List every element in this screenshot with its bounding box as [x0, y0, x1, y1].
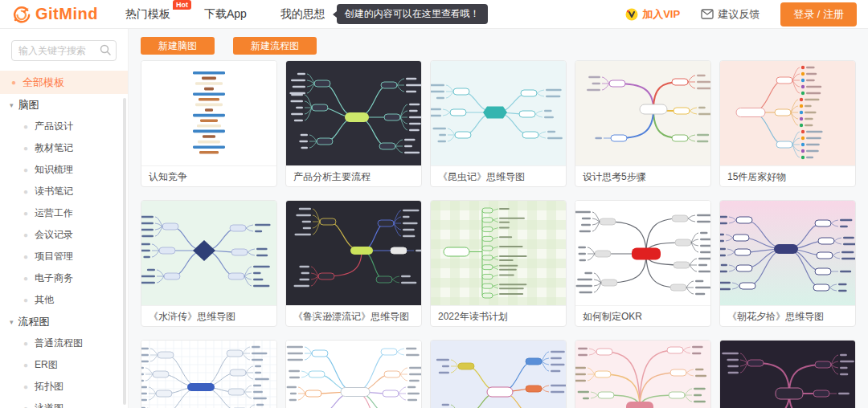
template-thumbnail — [431, 341, 566, 408]
templates-main: 新建脑图 新建流程图 认知竞争产品分析主要流程《昆虫记》思维导图设计思考5步骤1… — [129, 29, 868, 408]
sidebar-item-14[interactable]: ●拓扑图 — [0, 376, 128, 398]
gitmind-logo-icon — [11, 5, 31, 24]
template-card-10[interactable] — [141, 340, 277, 408]
gitmind-templates-page: GitMind 热门模板 Hot 下载App 我的思想 创建的内容可以在这里查看… — [0, 0, 868, 408]
sidebar-item-label: 知识梳理 — [35, 163, 73, 177]
sidebar-item-label: 拓扑图 — [35, 380, 63, 394]
sidebar-item-7[interactable]: ●会议记录 — [0, 224, 128, 246]
sidebar-item-8[interactable]: ●项目管理 — [0, 246, 128, 267]
sidebar-item-label: 普通流程图 — [35, 337, 83, 350]
bullet-icon: ● — [23, 145, 28, 153]
sidebar-item-label: 流程图 — [18, 315, 50, 329]
sidebar-item-12[interactable]: ●普通流程图 — [0, 333, 128, 354]
search-icon[interactable] — [100, 44, 111, 55]
sidebar-item-15[interactable]: ●泳道图 — [0, 398, 128, 408]
template-thumbnail — [720, 341, 855, 408]
sidebar-item-label: 教材笔记 — [35, 141, 73, 155]
template-thumbnail — [575, 61, 710, 165]
nav-hot-templates[interactable]: 热门模板 Hot — [125, 7, 170, 22]
new-flowchart-button[interactable]: 新建流程图 — [233, 37, 317, 55]
card-title: 《水浒传》思维导图 — [141, 305, 276, 326]
template-card-3[interactable]: 设计思考5步骤 — [575, 60, 711, 187]
sidebar-item-4[interactable]: ●知识梳理 — [0, 159, 128, 181]
sidebar-item-2[interactable]: ●产品设计 — [0, 116, 128, 137]
sidebar-item-label: 电子商务 — [35, 271, 73, 285]
template-thumbnail — [141, 61, 276, 165]
sidebar-item-label: 读书笔记 — [35, 185, 73, 198]
create-buttons: 新建脑图 新建流程图 — [141, 37, 856, 55]
caret-down-icon: ▾ — [10, 101, 14, 109]
category-menu: ●全部模板▾脑图●产品设计●教材笔记●知识梳理●读书笔记●运营工作●会议记录●项… — [0, 71, 128, 408]
sidebar-item-3[interactable]: ●教材笔记 — [0, 137, 128, 159]
card-title: 《鲁滨逊漂流记》思维导图 — [286, 305, 421, 326]
bullet-icon: ● — [23, 405, 28, 408]
template-thumbnail — [286, 201, 421, 305]
sidebar-item-label: ER图 — [35, 358, 58, 372]
template-thumbnail — [575, 341, 710, 408]
sidebar-item-1[interactable]: ▾脑图 — [0, 94, 128, 116]
sidebar-item-label: 会议记录 — [35, 228, 73, 242]
top-header: GitMind 热门模板 Hot 下载App 我的思想 创建的内容可以在这里查看… — [0, 0, 868, 29]
card-title: 《朝花夕拾》思维导图 — [720, 305, 855, 326]
sidebar-item-label: 泳道图 — [35, 402, 63, 408]
template-thumbnail — [286, 341, 421, 408]
template-card-5[interactable]: 《水浒传》思维导图 — [141, 200, 277, 327]
sidebar-item-5[interactable]: ●读书笔记 — [0, 181, 128, 202]
template-thumbnail — [720, 61, 855, 165]
sidebar-item-label: 脑图 — [18, 98, 39, 112]
feedback-link[interactable]: 建议反馈 — [701, 7, 760, 22]
template-thumbnail — [431, 61, 566, 165]
bullet-icon: ● — [23, 210, 28, 218]
template-card-8[interactable]: 如何制定OKR — [575, 200, 711, 327]
login-register-button[interactable]: 登录 / 注册 — [780, 2, 857, 27]
template-card-11[interactable] — [285, 340, 422, 408]
join-vip-link[interactable]: 加入VIP — [625, 7, 680, 22]
template-card-6[interactable]: 《鲁滨逊漂流记》思维导图 — [285, 200, 422, 327]
gitmind-logo[interactable]: GitMind — [11, 5, 98, 24]
card-title: 15件居家好物 — [720, 165, 855, 186]
template-card-7[interactable]: 2022年读书计划 — [430, 200, 567, 327]
template-card-12[interactable] — [430, 340, 567, 408]
template-card-13[interactable] — [575, 340, 711, 408]
card-title: 《昆虫记》思维导图 — [431, 165, 566, 186]
sidebar-item-label: 产品设计 — [35, 120, 73, 133]
template-thumbnail — [431, 201, 566, 305]
bullet-icon: ● — [23, 166, 28, 174]
sidebar-item-13[interactable]: ●ER图 — [0, 354, 128, 376]
template-card-4[interactable]: 15件居家好物 — [719, 60, 856, 187]
bullet-icon: ● — [23, 340, 28, 348]
sidebar-item-0[interactable]: ●全部模板 — [0, 71, 128, 94]
sidebar-item-6[interactable]: ●运营工作 — [0, 202, 128, 224]
new-mindmap-button[interactable]: 新建脑图 — [141, 37, 215, 55]
bullet-icon: ● — [23, 361, 28, 369]
template-thumbnail — [575, 201, 710, 305]
search-box — [11, 40, 117, 61]
card-title: 2022年读书计划 — [431, 305, 566, 326]
bullet-icon: ● — [23, 231, 28, 239]
sidebar-item-9[interactable]: ●电子商务 — [0, 267, 128, 289]
bullet-icon: ● — [23, 253, 28, 261]
template-card-14[interactable] — [719, 340, 856, 408]
main-nav: 热门模板 Hot 下载App 我的思想 — [125, 7, 326, 22]
nav-download-app[interactable]: 下载App — [204, 7, 247, 22]
card-title: 如何制定OKR — [575, 305, 710, 326]
sidebar-item-10[interactable]: ●其他 — [0, 289, 128, 311]
template-card-0[interactable]: 认知竞争 — [141, 60, 277, 187]
template-card-9[interactable]: 《朝花夕拾》思维导图 — [719, 200, 856, 327]
bullet-icon: ● — [11, 79, 16, 87]
sidebar-item-label: 全部模板 — [23, 75, 64, 90]
nav-my-mindmaps[interactable]: 我的思想 — [280, 7, 326, 22]
template-card-2[interactable]: 《昆虫记》思维导图 — [430, 60, 567, 187]
caret-down-icon: ▾ — [10, 318, 14, 326]
template-card-1[interactable]: 产品分析主要流程 — [285, 60, 422, 187]
sidebar-item-11[interactable]: ▾流程图 — [0, 311, 128, 333]
hot-badge: Hot — [173, 0, 191, 10]
sidebar-item-label: 其他 — [35, 293, 54, 307]
sidebar-scrollbar[interactable] — [123, 98, 126, 405]
template-thumbnail — [141, 201, 276, 305]
bullet-icon: ● — [23, 188, 28, 196]
bullet-icon: ● — [23, 383, 28, 391]
bullet-icon: ● — [23, 123, 28, 131]
template-thumbnail — [141, 341, 276, 408]
header-right: 加入VIP 建议反馈 登录 / 注册 — [625, 2, 857, 27]
